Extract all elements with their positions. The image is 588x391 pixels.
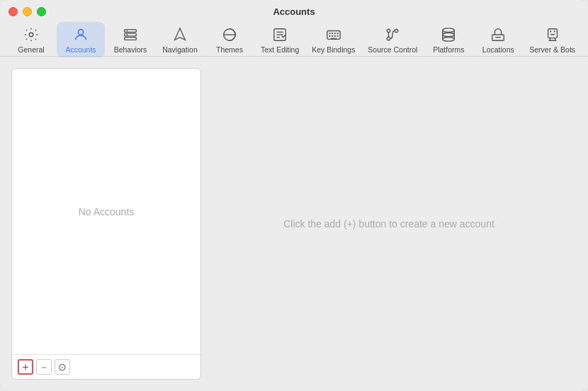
svg-point-23 bbox=[388, 37, 391, 40]
hint-text: Click the add (+) button to create a new… bbox=[283, 218, 494, 230]
right-panel: Click the add (+) button to create a new… bbox=[201, 68, 577, 380]
app-window: Accounts General bbox=[0, 0, 588, 391]
source-control-icon bbox=[383, 26, 402, 44]
left-panel-footer: ＋ － ⊙ bbox=[12, 354, 200, 379]
add-account-button[interactable]: ＋ bbox=[18, 359, 33, 375]
svg-rect-13 bbox=[327, 31, 340, 40]
tab-key-bindings[interactable]: Key Bindings bbox=[306, 22, 361, 57]
svg-rect-4 bbox=[125, 38, 137, 40]
tab-text-editing[interactable]: Text Editing bbox=[255, 22, 305, 57]
svg-point-24 bbox=[395, 29, 399, 33]
tab-general[interactable]: General bbox=[7, 22, 55, 57]
tab-source-control-label: Source Control bbox=[368, 45, 417, 54]
tab-platforms[interactable]: Platforms bbox=[424, 22, 473, 57]
tab-server-bots-label: Server & Bots bbox=[529, 45, 575, 54]
remove-account-button[interactable]: － bbox=[36, 359, 52, 375]
window-controls bbox=[9, 7, 46, 16]
action-button[interactable]: ⊙ bbox=[55, 359, 70, 375]
minimize-button[interactable] bbox=[23, 7, 32, 16]
server-bots-icon bbox=[543, 26, 562, 44]
tab-text-editing-label: Text Editing bbox=[261, 45, 299, 54]
tab-navigation[interactable]: Navigation bbox=[156, 22, 204, 57]
window-title: Accounts bbox=[273, 6, 315, 17]
locations-icon bbox=[489, 26, 507, 44]
tab-key-bindings-label: Key Bindings bbox=[312, 45, 355, 54]
tab-locations-label: Locations bbox=[482, 45, 514, 54]
accounts-icon bbox=[72, 26, 90, 44]
no-accounts-text: No Accounts bbox=[79, 206, 135, 217]
platforms-icon bbox=[439, 26, 458, 44]
svg-point-1 bbox=[78, 30, 83, 35]
svg-point-27 bbox=[443, 28, 455, 33]
svg-rect-3 bbox=[125, 33, 137, 36]
text-editing-icon bbox=[271, 26, 289, 44]
titlebar-top: Accounts bbox=[0, 0, 588, 19]
tab-behaviors-label: Behaviors bbox=[114, 45, 147, 54]
close-button[interactable] bbox=[9, 7, 18, 16]
svg-rect-34 bbox=[548, 29, 557, 38]
svg-rect-2 bbox=[125, 30, 137, 33]
accounts-list: No Accounts bbox=[12, 69, 200, 354]
titlebar: Accounts General bbox=[0, 0, 588, 57]
general-icon bbox=[22, 26, 40, 44]
tab-themes-label: Themes bbox=[216, 45, 243, 54]
key-bindings-icon bbox=[324, 26, 343, 44]
tab-server-bots[interactable]: Server & Bots bbox=[524, 22, 581, 57]
tab-behaviors[interactable]: Behaviors bbox=[106, 22, 154, 57]
svg-point-25 bbox=[388, 29, 391, 33]
themes-icon bbox=[220, 26, 239, 44]
navigation-icon bbox=[171, 26, 189, 44]
tab-themes[interactable]: Themes bbox=[205, 22, 254, 57]
svg-point-0 bbox=[29, 33, 33, 37]
tab-accounts[interactable]: Accounts bbox=[57, 22, 105, 57]
tab-platforms-label: Platforms bbox=[433, 45, 464, 54]
toolbar: General Accounts bbox=[0, 19, 588, 63]
maximize-button[interactable] bbox=[37, 7, 46, 16]
svg-point-28 bbox=[443, 33, 455, 37]
tab-general-label: General bbox=[18, 45, 44, 54]
left-panel: No Accounts ＋ － ⊙ bbox=[11, 68, 201, 380]
behaviors-icon bbox=[121, 26, 140, 44]
tab-source-control[interactable]: Source Control bbox=[362, 22, 423, 57]
tab-navigation-label: Navigation bbox=[162, 45, 198, 54]
main-content: No Accounts ＋ － ⊙ Click the add (+) butt… bbox=[0, 57, 588, 391]
svg-point-31 bbox=[443, 38, 455, 41]
tab-accounts-label: Accounts bbox=[65, 45, 96, 54]
svg-marker-7 bbox=[175, 28, 186, 40]
tab-locations[interactable]: Locations bbox=[474, 22, 522, 57]
